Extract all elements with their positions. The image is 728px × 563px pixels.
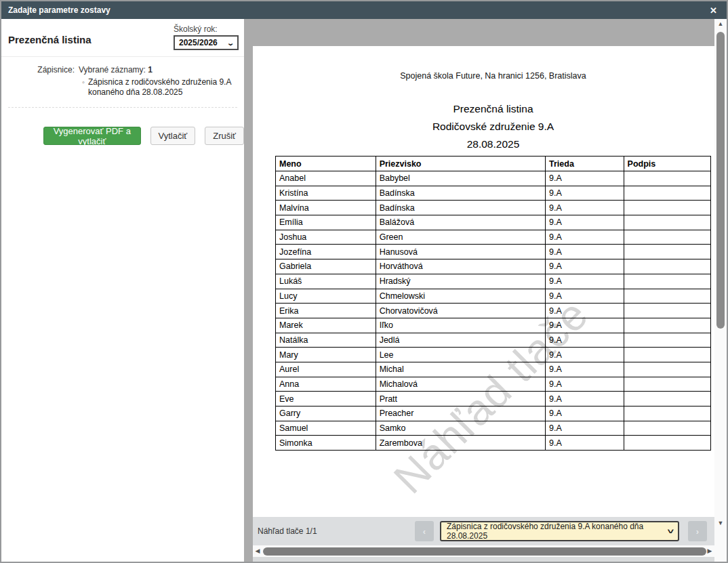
table-cell: Chmelowski (376, 289, 545, 304)
table-cell: Simonka (276, 436, 376, 451)
table-cell: Michalová (376, 377, 545, 392)
table-cell: Kristína (276, 186, 376, 201)
table-cell: 9.A (546, 230, 624, 245)
preview-footer-bar: Náhľad tlače 1/1 ‹ Zápisnica z rodičovsk… (253, 517, 714, 545)
table-cell: Samuel (276, 421, 376, 436)
table-cell (624, 406, 710, 421)
table-cell: 9.A (546, 406, 624, 421)
chevron-down-icon: ˅ (667, 527, 674, 535)
scroll-up-icon[interactable]: ▲ (718, 21, 724, 29)
dialog-title: Zadajte parametre zostavy (8, 5, 110, 15)
table-row: MaryLee9.A (276, 348, 711, 362)
table-cell (624, 186, 710, 201)
school-year-block: Školský rok: 2025/2026 ⌄ (174, 24, 239, 50)
table-cell: Malvína (276, 201, 376, 215)
scroll-left-icon[interactable]: ◀ (254, 548, 261, 554)
table-cell: Badínska (376, 201, 545, 215)
table-cell: Gabriela (276, 259, 376, 274)
table-cell: Mary (276, 348, 376, 362)
zapisnice-label: Zápisnice: (8, 65, 75, 98)
table-cell (624, 245, 710, 259)
table-cell: Lee (376, 348, 545, 362)
table-cell (624, 421, 710, 436)
preview-page-label: Náhľad tlače 1/1 (258, 526, 317, 536)
preview-table: MenoPriezviskoTriedaPodpis AnabelBabybel… (275, 156, 711, 451)
horizontal-scrollbar-thumb[interactable] (263, 547, 706, 556)
table-cell: Zarembova (376, 436, 545, 451)
table-cell: 9.A (546, 186, 624, 201)
table-cell: Babybel (376, 171, 545, 186)
document-select[interactable]: Zápisnica z rodičovského združenia 9.A k… (440, 521, 679, 541)
print-preview-area: Náhľad tlače Spojená škola Future, Na hr… (244, 19, 714, 562)
table-cell (624, 171, 710, 186)
dialog-body: Prezenčná listina Školský rok: 2025/2026… (1, 19, 727, 562)
generate-pdf-button[interactable]: Vygenerovať PDF a vytlačiť (43, 127, 141, 145)
table-cell: Iľko (376, 318, 545, 333)
vertical-scrollbar-thumb[interactable] (716, 32, 725, 329)
school-year-value: 2025/2026 (179, 38, 218, 47)
scroll-down-icon[interactable]: ▼ (718, 520, 724, 528)
table-cell: Garry (276, 406, 376, 421)
table-cell: Eve (276, 392, 376, 406)
document-title-line1: Prezenčná listina (275, 100, 711, 118)
cancel-button[interactable]: Zrušiť (205, 127, 244, 145)
table-cell: Jozefína (276, 245, 376, 259)
table-row: GabrielaHorváthová9.A (276, 259, 711, 274)
table-cell: Natálka (276, 333, 376, 348)
table-row: AnabelBabybel9.A (276, 171, 711, 186)
table-cell (624, 230, 710, 245)
table-row: JoshuaGreen9.A (276, 230, 711, 245)
table-cell: Marek (276, 318, 376, 333)
document-title-block: Prezenčná listina Rodičovské združenie 9… (275, 100, 711, 153)
column-header: Podpis (624, 157, 710, 171)
table-cell: 9.A (546, 362, 624, 377)
table-row: KristínaBadínska9.A (276, 186, 711, 201)
table-cell: 9.A (546, 171, 624, 186)
table-cell: 9.A (546, 201, 624, 215)
table-cell: 9.A (546, 304, 624, 318)
table-row: LukášHradský9.A (276, 274, 711, 289)
table-cell (624, 377, 710, 392)
table-cell (624, 392, 710, 406)
chevron-down-icon: ⌄ (226, 39, 235, 47)
preview-footer-controls: ‹ Zápisnica z rodičovského združenia 9.A… (415, 521, 707, 541)
table-row: MalvínaBadínska9.A (276, 201, 711, 215)
column-header: Priezvisko (376, 157, 545, 171)
table-cell: Lukáš (276, 274, 376, 289)
selected-records-line: Vybrané záznamy: 1 (79, 65, 249, 75)
previous-page-button[interactable]: ‹ (415, 521, 434, 541)
table-row: GarryPreacher9.A (276, 406, 711, 421)
table-cell: 9.A (546, 421, 624, 436)
table-cell (624, 333, 710, 348)
table-cell: Hanusová (376, 245, 545, 259)
table-cell: Erika (276, 304, 376, 318)
scroll-right-icon[interactable]: ▶ (706, 548, 713, 554)
preview-scroll-region: Náhľad tlače Spojená škola Future, Na hr… (244, 19, 714, 562)
table-cell: Lucy (276, 289, 376, 304)
table-cell: Emília (276, 215, 376, 230)
table-cell: 9.A (546, 377, 624, 392)
actions-row: Vygenerovať PDF a vytlačiť Vytlačiť Zruš… (1, 108, 244, 145)
vertical-scrollbar[interactable]: ▲ ▼ (714, 19, 727, 562)
table-cell: Jedlá (376, 333, 545, 348)
report-title: Prezenčná listina (8, 34, 92, 45)
table-cell (624, 362, 710, 377)
table-cell: 9.A (546, 436, 624, 451)
preview-table-header-row: MenoPriezviskoTriedaPodpis (276, 157, 711, 171)
table-cell (624, 215, 710, 230)
column-header: Meno (276, 157, 376, 171)
table-row: MarekIľko9.A (276, 318, 711, 333)
table-cell: Horváthová (376, 259, 545, 274)
table-row: SamuelSamko9.A (276, 421, 711, 436)
table-cell (624, 318, 710, 333)
close-icon[interactable]: ✕ (707, 5, 720, 16)
table-cell: Balážová (376, 215, 545, 230)
table-cell: 9.A (546, 333, 624, 348)
print-button[interactable]: Vytlačiť (150, 127, 196, 145)
next-page-button[interactable]: › (688, 521, 707, 541)
table-row: NatálkaJedlá9.A (276, 333, 711, 348)
table-cell: Preacher (376, 406, 545, 421)
school-year-select[interactable]: 2025/2026 ⌄ (174, 35, 239, 50)
horizontal-scrollbar[interactable]: ◀ ▶ (253, 545, 714, 557)
table-cell: Aurel (276, 362, 376, 377)
